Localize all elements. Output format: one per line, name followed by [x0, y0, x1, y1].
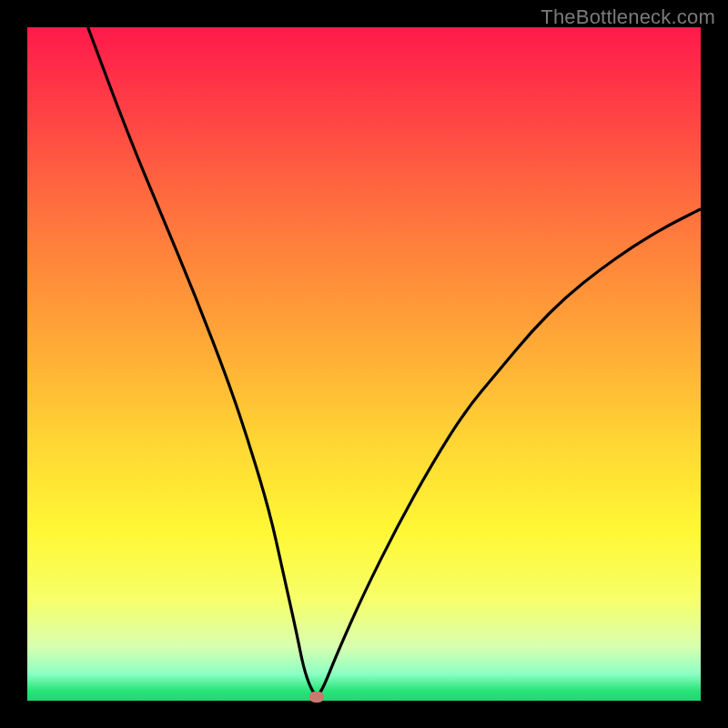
curve-layer [27, 27, 701, 701]
watermark-label: TheBottleneck.com [541, 5, 715, 29]
bottleneck-curve [88, 27, 701, 695]
chart-frame: TheBottleneck.com [0, 0, 728, 728]
plot-area [27, 27, 701, 701]
optimum-marker [309, 692, 324, 703]
